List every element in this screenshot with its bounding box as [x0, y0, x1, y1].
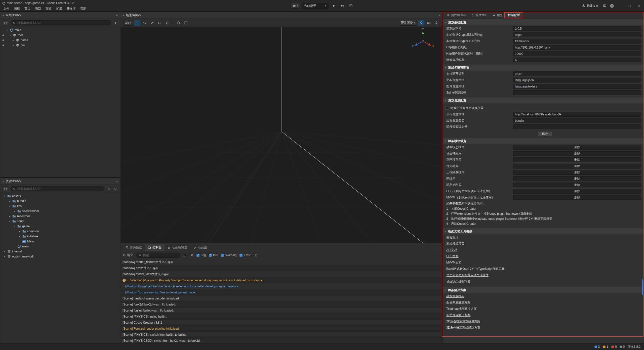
tree-node-main[interactable]: ▾main	[0, 28, 120, 33]
checkbox-icon[interactable]	[239, 254, 243, 257]
delete-module-button[interactable]: 删除	[513, 170, 641, 175]
log-row-warning[interactable]: [Scene] Forward render pipeline initiali…	[120, 326, 442, 332]
section-docs[interactable]: ▾框架文档工具链接	[443, 228, 644, 234]
asset-node-libs[interactable]: ▾libs	[0, 204, 120, 209]
filter-warning[interactable]: Warning	[221, 253, 236, 257]
expand-caret[interactable]: ▾	[6, 29, 9, 31]
lock-icon[interactable]	[2, 44, 5, 47]
expand-arrow-icon[interactable]: ›	[123, 291, 124, 294]
maximize-button[interactable]: □	[625, 0, 634, 12]
delete-module-button[interactable]: 删除	[513, 145, 641, 150]
help-button[interactable]: ?	[608, 2, 615, 9]
status-notice-count[interactable]: 0	[620, 345, 625, 348]
doc-link-template[interactable]: 游戏模板项目	[443, 241, 644, 247]
dimension-toggle-button[interactable]: 3D▾	[123, 20, 133, 26]
section-resource[interactable]: ▾游戏资源配置	[443, 97, 644, 103]
scene-settings-button[interactable]	[433, 20, 439, 26]
doc-link-mvvm[interactable]: MVVM文档	[443, 259, 644, 266]
menu-panel[interactable]: 面板	[43, 6, 54, 11]
http-server-input[interactable]	[513, 45, 641, 50]
doc-link-ecs[interactable]: ECS文档	[443, 253, 644, 259]
solution-link-2drpg[interactable]: 2D角色扮演游戏解决方案	[443, 318, 644, 325]
log-row[interactable]: [Scene] [bullet]:bullet wasm lib loaded.	[120, 308, 442, 314]
panel-menu-icon[interactable]: ≡	[439, 246, 442, 249]
log-row-link[interactable]: ›[Window] You are running Vue in develop…	[120, 289, 442, 295]
minimize-button[interactable]: —	[615, 0, 625, 12]
log-row[interactable]: [Window] render_texture文件夹不存在	[120, 259, 442, 265]
sort-button[interactable]	[106, 186, 111, 191]
close-button[interactable]: ×	[634, 0, 644, 12]
log-row[interactable]: [Scene] [PHYSICS2D]: switch from box2d-w…	[120, 338, 442, 343]
doc-link-tutorial[interactable]: 教程项目	[443, 234, 644, 241]
checkbox-icon[interactable]	[445, 107, 448, 110]
delete-module-button[interactable]: 删除	[513, 195, 641, 200]
asset-node-internal[interactable]: ▸internal	[0, 249, 120, 254]
fps-input[interactable]	[513, 58, 641, 62]
log-row[interactable]: [Window] model_view文件夹不存在	[120, 271, 442, 277]
asset-node-game[interactable]: ▾game	[0, 224, 120, 229]
log-row[interactable]: [Scene] meshopt wasm decoder initialized	[120, 295, 442, 301]
spine-path-input[interactable]	[513, 90, 641, 95]
inspector-scrollbar[interactable]	[642, 279, 643, 295]
rotate-tool-button[interactable]	[142, 20, 148, 26]
json-path-input[interactable]	[513, 78, 641, 82]
filter-info[interactable]: Info	[209, 253, 218, 257]
step-button[interactable]	[339, 3, 346, 9]
solution-link-strategy[interactable]: 战旗游戏框架	[443, 293, 644, 299]
asset-node-bundle[interactable]: ▸bundle	[0, 199, 120, 204]
crypto-iv-input[interactable]	[513, 39, 641, 43]
log-file-button[interactable]	[254, 253, 259, 258]
menu-developer[interactable]: 开发者	[64, 6, 78, 11]
preview-layout-button[interactable]	[348, 3, 354, 9]
solution-link-3drpg[interactable]: 3D角色扮演游戏解决方案	[443, 325, 644, 331]
refresh-button[interactable]	[113, 186, 118, 191]
section-solutions[interactable]: ▾框架解决方案	[443, 287, 644, 293]
log-row[interactable]: [Window] ecs文件夹不存在	[120, 265, 442, 271]
solution-link-tiledmap[interactable]: Tiledmap地图解决方案	[443, 306, 644, 312]
tree-node-root[interactable]: ▾root	[0, 33, 120, 38]
coordinate-toggle-button[interactable]	[175, 20, 182, 26]
remote-load-toggle[interactable]: 游戏中资源是否远程加载	[443, 105, 644, 111]
section-language[interactable]: ▾游戏多语言配置	[443, 65, 644, 71]
expand-caret[interactable]: ▾	[9, 34, 12, 36]
move-tool-button[interactable]	[134, 20, 140, 26]
remote-version-input[interactable]	[513, 124, 641, 129]
doc-link-hotupdate-plugin[interactable]: 原生包热更新配置自动生成插件	[443, 272, 644, 278]
camera-settings-button[interactable]	[426, 20, 432, 26]
solution-link-fullstack[interactable]: 全栈开发解决方案	[443, 299, 644, 306]
delete-module-button[interactable]: 删除	[513, 176, 641, 181]
language-types-input[interactable]	[513, 71, 641, 76]
log-row-link[interactable]: ›[Window] Download the Vue Devtools exte…	[120, 283, 442, 289]
snap-settings-button[interactable]	[183, 20, 189, 26]
clear-console-button[interactable]: 清空	[123, 253, 133, 257]
checkbox-icon[interactable]	[183, 254, 186, 257]
build-publish-button[interactable]: 构建发布	[579, 4, 601, 8]
status-error-count[interactable]: 0	[611, 345, 617, 348]
asset-node-common[interactable]: ▸common	[0, 229, 120, 234]
axis-gizmo[interactable]: Y X Z	[412, 28, 434, 48]
assets-search-input[interactable]	[17, 187, 102, 191]
tab-animation-graph[interactable]: 动画图	[190, 244, 210, 251]
filter-regex[interactable]: 正则	[183, 253, 193, 257]
save-button[interactable]: 保存	[538, 131, 552, 137]
log-row[interactable]: [Scene] [PHYSICS]: switch from builtin t…	[120, 332, 442, 338]
menu-file[interactable]: 文件	[1, 6, 12, 11]
status-info-count[interactable]: 3	[594, 345, 600, 348]
asset-node-script[interactable]: ▾script	[0, 219, 120, 224]
menu-help[interactable]: 帮助	[78, 6, 89, 11]
screenshot-button[interactable]	[601, 2, 608, 9]
create-node-button[interactable]: +▾	[2, 20, 9, 25]
status-warning-count[interactable]: 1	[603, 345, 608, 348]
doc-link-excel-tool[interactable]: Excel格式转Json文件与TypeScript代码工具	[443, 266, 644, 272]
menu-project[interactable]: 项目	[33, 6, 43, 11]
axis-y-label[interactable]: Y	[422, 28, 424, 31]
section-modules[interactable]: ▾框架模块裁剪	[443, 138, 644, 144]
axis-z-label[interactable]: Z	[412, 45, 414, 48]
log-row-warning[interactable]: !›[Window] [Vue warn]: Property "onInput…	[120, 277, 442, 283]
axis-x-label[interactable]: X	[432, 45, 434, 48]
lock-icon[interactable]	[2, 34, 5, 37]
menu-node[interactable]: 节点	[22, 6, 33, 11]
tab-asset-preview[interactable]: 资源预览	[122, 244, 145, 251]
delete-module-button[interactable]: 删除	[513, 151, 641, 156]
delete-module-button[interactable]: 删除	[513, 189, 641, 194]
